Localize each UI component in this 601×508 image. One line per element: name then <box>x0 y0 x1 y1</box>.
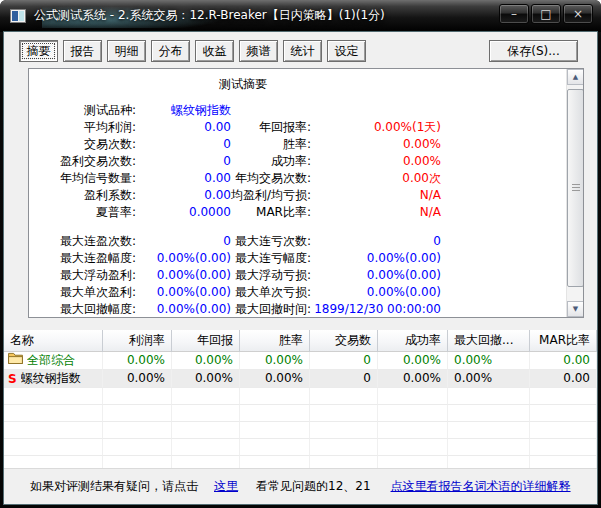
table-row[interactable]: S 螺纹钢指数 0.00%0.00%0.00%00.00%0.00%0.00 <box>4 370 597 388</box>
tab-report[interactable]: 报告 <box>63 40 102 62</box>
summary-title: 测试摘要 <box>37 76 449 93</box>
tab-label: 摘要 <box>27 44 51 58</box>
tab-spectrum[interactable]: 频谱 <box>239 40 278 62</box>
column-header[interactable]: 利润率 <box>103 330 172 352</box>
tab-summary[interactable]: 摘要 <box>19 40 58 62</box>
footer-link-here[interactable]: 这里 <box>214 478 238 495</box>
table-cell <box>530 388 597 405</box>
column-header[interactable]: 交易数 <box>310 330 378 352</box>
table-cell <box>310 405 378 422</box>
scroll-up-icon[interactable]: ▲ <box>567 69 584 85</box>
table-cell: 0.00 <box>530 352 597 370</box>
tab-label: 收益 <box>203 44 227 58</box>
scrollbar[interactable]: ▲ ▼ <box>566 69 583 317</box>
tab-label: 分布 <box>159 44 183 58</box>
table-cell <box>240 422 310 439</box>
summary-rows: 测试品种: 螺纹钢指数 平均利润: 0.00 年回报率: 0.00%(1天) 交… <box>29 102 583 318</box>
summary-label-right <box>231 102 311 119</box>
table-cell <box>310 388 378 405</box>
table-cell <box>378 405 448 422</box>
summary-value-right: 0.00% <box>311 136 441 153</box>
summary-label-right: MAR比率: <box>231 204 311 221</box>
table-cell <box>310 439 378 456</box>
table-cell <box>172 439 240 456</box>
scroll-down-icon[interactable]: ▼ <box>567 301 584 317</box>
table-header: 名称利润率年回报胜率交易数成功率最大回撤...MAR比率 <box>4 330 597 352</box>
table-cell <box>172 456 240 468</box>
column-header[interactable]: 名称 <box>4 330 103 352</box>
table-cell: 0.00% <box>448 370 530 388</box>
tab-label: 统计 <box>291 44 315 58</box>
folder-icon <box>8 352 23 369</box>
table-cell <box>448 422 530 439</box>
table-cell <box>310 456 378 468</box>
table-row: S <box>4 456 597 468</box>
column-header[interactable]: 年回报 <box>172 330 240 352</box>
row-name-cell: S <box>4 388 103 405</box>
window-title: 公式测试系统 - 2.系统交易：12.R-Breaker【日内策略】(1)(1分… <box>34 0 385 31</box>
summary-row: 测试品种: 螺纹钢指数 <box>37 102 583 119</box>
tab-settings[interactable]: 设定 <box>327 40 366 62</box>
app-window: 公式测试系统 - 2.系统交易：12.R-Breaker【日内策略】(1)(1分… <box>0 0 601 508</box>
row-name: 全部综合 <box>27 352 75 369</box>
table-cell: 0.00% <box>103 352 172 370</box>
save-button[interactable]: 保存(S)... <box>489 40 578 62</box>
summary-value-right: 0.00%(0.00) <box>311 284 441 301</box>
table-cell <box>103 456 172 468</box>
column-header[interactable]: 成功率 <box>378 330 448 352</box>
tab-statistics[interactable]: 统计 <box>283 40 322 62</box>
summary-value-right: 0 <box>311 233 441 250</box>
footer-text-1: 如果对评测结果有疑问，请点击 <box>30 478 198 495</box>
summary-label-left: 最大单次盈利: <box>37 284 136 301</box>
table-cell <box>103 439 172 456</box>
table-cell: 0.00% <box>448 352 530 370</box>
summary-label-left: 交易次数: <box>37 136 136 153</box>
table-cell <box>378 456 448 468</box>
row-name: 螺纹钢指数 <box>21 370 81 387</box>
row-name-cell: S 螺纹钢指数 <box>4 370 103 388</box>
close-button[interactable]: × <box>563 4 593 24</box>
footer: 如果对评测结果有疑问，请点击 这里 看常见问题的12、21 点这里看报告名词术语… <box>4 468 597 504</box>
table-cell <box>530 456 597 468</box>
column-header[interactable]: 最大回撤... <box>448 330 530 352</box>
summary-value-left: 螺纹钢指数 <box>136 102 231 119</box>
table-row[interactable]: S 全部综合 0.00%0.00%0.00%00.00%0.00%0.00 <box>4 352 597 370</box>
table-cell <box>448 405 530 422</box>
scrollbar-thumb[interactable] <box>567 89 584 287</box>
summary-row: 盈利系数: 0.00 均盈利/均亏损: N/A <box>37 187 583 204</box>
summary-label-right: 最大连亏次数: <box>231 233 311 250</box>
summary-value-left: 0 <box>136 153 231 170</box>
summary-value-right: 0.00%(1天) <box>311 119 441 136</box>
table-body: S 全部综合 0.00%0.00%0.00%00.00%0.00%0.00 S … <box>4 352 597 468</box>
results-table: 名称利润率年回报胜率交易数成功率最大回撤...MAR比率 S 全部综合 0.00… <box>4 330 597 468</box>
summary-label-left: 平均利润: <box>37 119 136 136</box>
summary-row: 年均信号数量: 0.00 年均交易次数: 0.00次 <box>37 170 583 187</box>
tab-label: 设定 <box>335 44 359 58</box>
minimize-button[interactable]: – <box>499 4 529 24</box>
summary-label-left: 盈利交易次数: <box>37 153 136 170</box>
table-cell <box>530 405 597 422</box>
summary-label-left: 年均信号数量: <box>37 170 136 187</box>
summary-label-right: 年回报率: <box>231 119 311 136</box>
summary-value-left: 0.00%(0.00) <box>136 301 231 318</box>
table-cell: 0.00% <box>378 352 448 370</box>
summary-row: 最大连盈幅度: 0.00%(0.00) 最大连亏幅度: 0.00%(0.00) <box>37 250 583 267</box>
footer-link-glossary[interactable]: 点这里看报告名词术语的详细解释 <box>391 478 571 495</box>
app-icon <box>10 8 26 24</box>
table-cell: 0.00% <box>172 370 240 388</box>
summary-label-left: 夏普率: <box>37 204 136 221</box>
summary-label-right: 最大回撤时间: <box>231 301 311 318</box>
table-row: S <box>4 405 597 422</box>
table-cell <box>310 422 378 439</box>
maximize-button[interactable]: □ <box>531 4 561 24</box>
column-header[interactable]: MAR比率 <box>530 330 597 352</box>
tab-distribution[interactable]: 分布 <box>151 40 190 62</box>
column-header[interactable]: 胜率 <box>240 330 310 352</box>
table-cell <box>448 388 530 405</box>
tab-detail[interactable]: 明细 <box>107 40 146 62</box>
row-name-cell: S <box>4 422 103 439</box>
summary-value-left: 0 <box>136 136 231 153</box>
summary-row: 最大单次盈利: 0.00%(0.00) 最大单次亏损: 0.00%(0.00) <box>37 284 583 301</box>
summary-row: 最大连盈次数: 0 最大连亏次数: 0 <box>37 233 583 250</box>
tab-returns[interactable]: 收益 <box>195 40 234 62</box>
